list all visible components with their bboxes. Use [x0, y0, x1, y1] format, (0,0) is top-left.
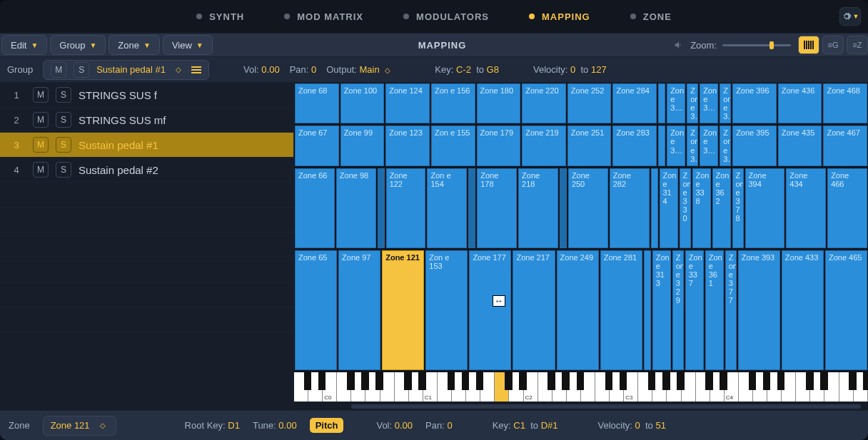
group-list: 1MSSTRINGS SUS f 2MSSTRINGS SUS mf 3MSSu…: [0, 83, 294, 410]
root-key-field[interactable]: Root Key: D1: [185, 420, 240, 431]
solo-chip[interactable]: S: [74, 62, 89, 78]
view-menu[interactable]: View▼: [163, 35, 213, 55]
tab-zone[interactable]: ZONE: [610, 11, 692, 22]
tab-mod-matrix[interactable]: MOD MATRIX: [264, 11, 383, 22]
zone-row[interactable]: Zone 66 Zone 98Zone 122Zon e 154Zone 178…: [294, 168, 868, 250]
zone-row[interactable]: Zone 68 Zone 100Zone 124Zon e 156Zone 18…: [294, 83, 868, 125]
pan-field[interactable]: Pan: 0: [290, 64, 317, 75]
edit-menu[interactable]: Edit▼: [1, 35, 47, 55]
tab-modulators[interactable]: MODULATORS: [383, 11, 509, 22]
top-tabs: SYNTH MOD MATRIX MODULATORS MAPPING ZONE…: [0, 0, 868, 33]
zone-row[interactable]: Zone 65 Zone 97 Zone 121 Zon e 153Zone 1…: [294, 250, 868, 372]
view-group-icon[interactable]: ≡G: [822, 36, 844, 54]
pan-field-bottom[interactable]: Pan: 0: [425, 420, 453, 431]
stepper-icon[interactable]: ◇: [176, 66, 181, 73]
zone-menu[interactable]: Zone▼: [108, 35, 160, 55]
velocity-range-bottom[interactable]: Velocity: 0 to 51: [597, 420, 665, 431]
key-map: Zone 68 Zone 100Zone 124Zon e 156Zone 18…: [294, 83, 868, 410]
group-row-selected[interactable]: 3MSSustain pedal #1: [0, 133, 293, 158]
zoom-slider[interactable]: [722, 44, 791, 46]
zone-grid[interactable]: Zone 68 Zone 100Zone 124Zon e 156Zone 18…: [294, 83, 868, 372]
group-label: Group: [7, 64, 33, 75]
vol-field-bottom[interactable]: Vol: 0.00: [376, 420, 413, 431]
gear-icon[interactable]: ▼: [839, 7, 861, 26]
zone-row[interactable]: Zone 67 Zone 99Zone 123Zon e 155Zone 179…: [294, 125, 868, 167]
tab-mapping[interactable]: MAPPING: [509, 11, 610, 22]
view-keyboard-icon[interactable]: [798, 36, 819, 54]
piano-keyboard[interactable]: C0C1C2C3C4: [294, 372, 868, 401]
mute-chip[interactable]: M: [51, 62, 66, 78]
group-menu[interactable]: Group▼: [50, 35, 106, 55]
list-icon[interactable]: [191, 65, 201, 75]
pitch-button[interactable]: Pitch: [310, 418, 344, 433]
group-row[interactable]: 2MSSTRINGS SUS mf: [0, 108, 293, 133]
horizontal-scrollbar[interactable]: [294, 401, 868, 410]
velocity-range[interactable]: Velocity: 0 to 127: [533, 64, 607, 75]
group-row[interactable]: 1MSSTRINGS SUS f: [0, 83, 293, 108]
group-name: Sustain pedal #1: [96, 64, 166, 75]
zone-selected[interactable]: Zone 121: [382, 250, 424, 370]
tune-field[interactable]: Tune: 0.00: [253, 420, 297, 431]
zoom-control[interactable]: Zoom:: [690, 40, 791, 51]
toolbar: Edit▼ Group▼ Zone▼ View▼ MAPPING Zoom: ≡…: [0, 33, 868, 57]
page-title: MAPPING: [214, 40, 670, 51]
vol-field[interactable]: Vol: 0.00: [243, 64, 280, 75]
bottom-bar: Zone Zone 121 ◇ Root Key: D1 Tune: 0.00 …: [0, 410, 868, 440]
group-selector[interactable]: M S Sustain pedal #1 ◇: [43, 60, 209, 80]
params-top: Group M S Sustain pedal #1 ◇ Vol: 0.00 P…: [0, 57, 868, 83]
view-zone-icon[interactable]: ≡Z: [847, 36, 868, 54]
key-range[interactable]: Key: C-2 to G8: [435, 64, 499, 75]
tab-synth[interactable]: SYNTH: [176, 11, 264, 22]
speaker-icon[interactable]: [670, 38, 687, 52]
key-range-bottom[interactable]: Key: C1 to D#1: [493, 420, 558, 431]
zone-selector[interactable]: Zone 121 ◇: [43, 416, 116, 436]
output-field[interactable]: Output: Main ◇: [326, 64, 393, 75]
group-row[interactable]: 4MSSustain pedal #2: [0, 158, 293, 183]
